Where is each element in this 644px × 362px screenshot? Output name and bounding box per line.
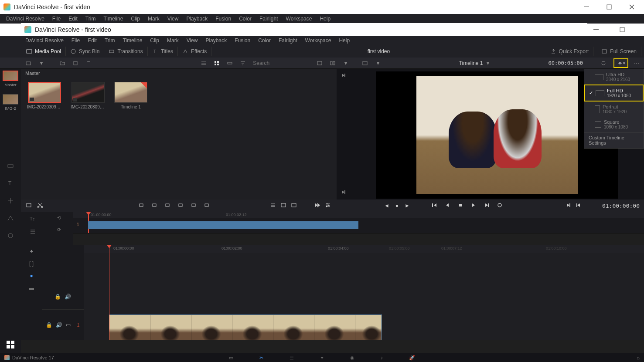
media-timeline[interactable]: Timeline 1 — [114, 82, 147, 109]
menu-item[interactable]: Trim — [82, 14, 99, 23]
track-area[interactable]: 01:00:00:00 01:00:02:00 01:00:04:00 01:0… — [84, 245, 644, 340]
lock-icon[interactable]: 🔒 — [46, 322, 52, 328]
insert-icon[interactable] — [138, 202, 145, 210]
master-bin-thumb[interactable] — [3, 71, 18, 81]
transitions-tab[interactable]: Transitions — [104, 47, 147, 56]
marker-icon[interactable] — [599, 59, 608, 67]
cut-page-icon[interactable]: ✂ — [259, 355, 263, 361]
append-icon[interactable] — [203, 202, 210, 210]
menu-item[interactable]: Trim — [101, 36, 119, 45]
filter-icon[interactable] — [238, 59, 248, 67]
trim-tool-icon[interactable] — [25, 202, 32, 210]
snap-icon[interactable]: ⌖ — [30, 248, 33, 254]
menu-item[interactable]: Playback — [183, 14, 211, 23]
goto-start-icon[interactable] — [431, 202, 438, 210]
mini-track-clip[interactable] — [88, 221, 358, 229]
options-icon[interactable] — [269, 202, 276, 210]
tool-icon-3[interactable] — [4, 195, 17, 207]
tool-icon-1[interactable] — [4, 160, 17, 172]
tool-icon-5[interactable] — [4, 230, 17, 242]
viewer-overlay-icon[interactable]: ▾ — [341, 59, 351, 67]
menu-item[interactable]: Workspace — [283, 14, 316, 23]
resolution-option-square[interactable]: Square1080 x 1080 — [584, 117, 644, 132]
menu-item[interactable]: View — [183, 36, 201, 45]
step-fwd-icon[interactable] — [483, 202, 490, 210]
audio-track-header[interactable]: 🔒 🔊 — [42, 284, 84, 310]
menu-item[interactable]: Fairlight — [275, 36, 301, 45]
ripple-icon[interactable] — [190, 202, 197, 210]
resolution-option-fullhd[interactable]: ✓ Full HD1920 x 1080 — [584, 85, 644, 101]
fairlight-page-icon[interactable]: ♪ — [381, 355, 383, 361]
frame-icon[interactable]: ▭ — [66, 322, 71, 328]
menu-item[interactable]: Color — [255, 36, 274, 45]
loop-icon[interactable] — [496, 202, 503, 210]
menu-item[interactable]: Mark — [164, 36, 182, 45]
menu-item[interactable]: Timeline — [100, 14, 126, 23]
maximize-button[interactable] — [600, 1, 618, 13]
jog-back-icon[interactable]: ◄ — [384, 203, 389, 209]
menu-item[interactable]: Color — [235, 14, 255, 23]
inner-maximize-button[interactable] — [613, 24, 631, 36]
sidebar-thumb[interactable] — [3, 94, 18, 105]
timeline-selector[interactable]: Timeline 1 — [459, 60, 483, 66]
tool-b-icon[interactable] — [29, 228, 39, 237]
menu-item[interactable]: Mark — [144, 14, 163, 23]
next-clip-icon[interactable] — [340, 72, 347, 79]
menu-item[interactable]: Workspace — [302, 36, 335, 45]
titles-tab[interactable]: T Titles — [148, 47, 178, 56]
goto-out-icon[interactable] — [575, 202, 582, 210]
sync-icon[interactable] — [84, 59, 93, 67]
viewer-mode-icon[interactable] — [315, 59, 324, 67]
media-clip[interactable]: IMG-20220309-W... — [71, 82, 106, 109]
resolution-option-ultrahd[interactable]: Ultra HD3840 x 2160 — [584, 69, 644, 85]
menu-item[interactable]: DaVinci Resolve — [22, 36, 67, 45]
edit-page-icon[interactable]: ☰ — [290, 355, 294, 361]
menu-item[interactable]: Fusion — [212, 14, 235, 23]
tool-d-icon[interactable]: ⟳ — [56, 226, 64, 234]
tool-icon-4[interactable] — [4, 212, 17, 224]
playhead[interactable] — [109, 245, 109, 340]
safe-area-icon[interactable] — [280, 202, 287, 210]
video-clip[interactable] — [109, 315, 382, 340]
viewer-frame-icon[interactable] — [360, 59, 370, 67]
strip-view-icon[interactable] — [225, 59, 235, 67]
inner-minimize-button[interactable] — [587, 24, 605, 36]
jog-fwd-icon[interactable]: ► — [405, 203, 410, 209]
resolution-dropdown-trigger[interactable]: ▾ — [613, 58, 628, 68]
resolution-option-portrait[interactable]: Portrait1080 x 1920 — [584, 101, 644, 117]
menu-item[interactable]: File — [68, 36, 83, 45]
play-icon[interactable] — [470, 202, 477, 210]
video-track-header[interactable]: 🔒 🔊 ▭ 1 — [42, 310, 84, 340]
prev-clip-icon[interactable] — [340, 189, 347, 196]
menu-item[interactable]: Help — [316, 14, 334, 23]
adjust-icon[interactable] — [324, 202, 331, 210]
flag-icon[interactable]: ▬ — [29, 285, 34, 291]
sync-bin-tab[interactable]: Sync Bin — [66, 47, 104, 56]
media-page-icon[interactable]: ▭ — [229, 355, 233, 361]
effects-tab[interactable]: Effects — [178, 47, 211, 56]
viewer-split-icon[interactable] — [328, 59, 337, 67]
import-icon[interactable] — [24, 59, 33, 67]
grid-view-icon[interactable] — [212, 59, 221, 67]
search-input[interactable] — [251, 59, 299, 67]
windows-taskbar[interactable] — [0, 336, 21, 353]
tool-c-icon[interactable]: ⟲ — [56, 214, 64, 223]
lock-icon[interactable]: 🔒 — [55, 294, 61, 300]
menu-item[interactable]: DaVinci Resolve — [3, 14, 48, 23]
menu-item[interactable]: Timeline — [119, 36, 146, 45]
color-page-icon[interactable]: ◉ — [350, 355, 354, 361]
link-icon[interactable]: ● — [30, 273, 33, 279]
close-button[interactable] — [623, 1, 641, 13]
media-clip[interactable]: IMG-20220309-W... — [27, 82, 62, 109]
full-screen-button[interactable]: Full Screen — [597, 47, 641, 56]
tool-a-icon[interactable]: T↕ — [29, 215, 39, 224]
windows-start-icon[interactable] — [7, 341, 14, 348]
menu-item[interactable]: Clip — [147, 36, 163, 45]
fusion-page-icon[interactable]: ✦ — [320, 355, 324, 361]
scissors-icon[interactable] — [37, 202, 44, 210]
menu-item[interactable]: Playback — [202, 36, 230, 45]
speaker-icon[interactable]: 🔊 — [56, 322, 62, 328]
goto-in-icon[interactable] — [565, 202, 572, 210]
folder-icon[interactable] — [58, 59, 67, 67]
mini-timeline[interactable]: 01:00:00:00 01:00:02:12 1 — [73, 212, 644, 233]
